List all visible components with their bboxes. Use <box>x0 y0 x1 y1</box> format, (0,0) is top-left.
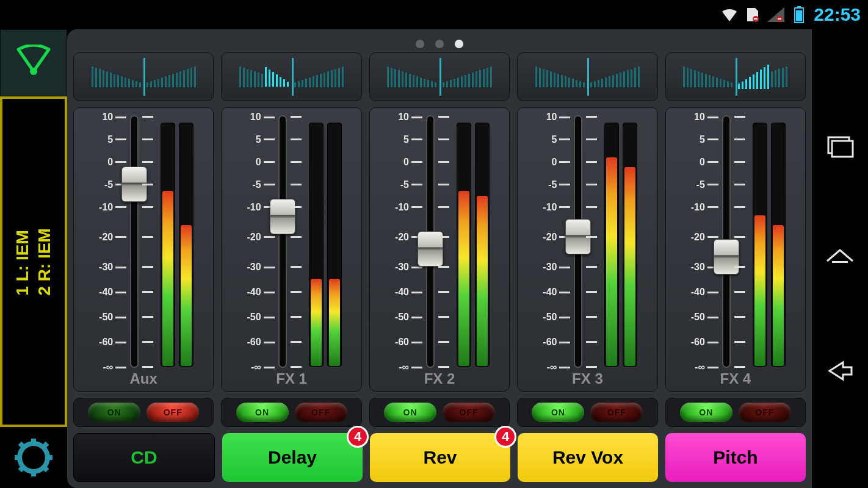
scale-label: -40 <box>243 287 261 298</box>
scale-label: -60 <box>391 337 409 348</box>
svg-rect-10 <box>31 469 36 476</box>
scale-label: -5 <box>687 179 705 190</box>
scale-label: -∞ <box>391 362 409 373</box>
scale-label: -30 <box>243 262 261 273</box>
level-meter <box>623 123 637 367</box>
scale-label: 5 <box>95 134 113 145</box>
page-dot[interactable] <box>416 40 424 48</box>
scale-label: -5 <box>95 179 113 190</box>
fx-select-button[interactable]: CD <box>73 433 215 482</box>
scale-label: 10 <box>95 112 113 123</box>
channel-assign-panel[interactable]: 1 L: IEM 2 R: IEM <box>0 96 67 427</box>
scale-label: 10 <box>687 112 705 123</box>
button-label: CD <box>131 447 157 468</box>
svg-rect-11 <box>15 455 22 460</box>
scale-label: -∞ <box>538 362 557 373</box>
scale-label: -10 <box>243 202 261 213</box>
scale-label: 5 <box>538 134 557 145</box>
page-dot[interactable] <box>435 40 444 48</box>
home-button[interactable] <box>822 245 858 273</box>
off-button[interactable]: OFF <box>590 403 643 422</box>
scale-label: -50 <box>391 312 409 323</box>
off-button[interactable]: OFF <box>295 403 347 422</box>
fx-select-button[interactable]: Delay4 <box>222 433 363 482</box>
fader-slider[interactable] <box>278 117 287 367</box>
fader-slider[interactable] <box>722 117 731 367</box>
scale-label: -50 <box>538 312 557 323</box>
scale-label: -5 <box>538 179 557 190</box>
on-button[interactable]: ON <box>680 403 732 422</box>
level-meter <box>604 123 619 367</box>
back-button[interactable] <box>822 357 858 385</box>
svg-rect-1 <box>754 18 758 20</box>
scale-label: -∞ <box>243 362 261 373</box>
connection-indicator[interactable] <box>0 29 67 96</box>
scale-label: 0 <box>243 157 261 168</box>
svg-rect-19 <box>832 261 848 263</box>
fader-slider[interactable] <box>426 117 435 367</box>
fader-panel: 1050-5-10-20-30-40-50-60-∞FX 2 <box>369 107 510 392</box>
scale-label: -60 <box>538 337 557 348</box>
pan-control[interactable] <box>73 52 214 101</box>
scale-label: -20 <box>95 232 113 243</box>
on-button[interactable]: ON <box>88 403 140 422</box>
off-button[interactable]: OFF <box>443 403 495 422</box>
android-status-bar: 22:53 <box>0 0 868 29</box>
mute-toggle: ONOFF <box>369 398 510 427</box>
fx-select-button[interactable]: Rev Vox <box>518 433 658 482</box>
page-dot[interactable] <box>455 40 463 48</box>
page-indicator[interactable] <box>73 35 806 52</box>
fader-slider[interactable] <box>130 117 139 367</box>
scale-label: -50 <box>687 312 705 323</box>
mute-toggle: ONOFF <box>221 398 361 427</box>
channel-strip: 1050-5-10-20-30-40-50-60-∞AuxONOFF <box>73 52 214 427</box>
notification-badge: 4 <box>494 426 516 448</box>
scale-label: -∞ <box>95 362 113 373</box>
scale-label: -20 <box>538 232 557 243</box>
scale-label: -5 <box>243 179 261 190</box>
recent-apps-button[interactable] <box>822 132 858 160</box>
scale-label: -5 <box>391 179 409 190</box>
scale-label: -20 <box>391 232 409 243</box>
svg-point-8 <box>27 451 40 464</box>
clock: 22:53 <box>814 4 861 25</box>
scale-label: 10 <box>243 112 261 123</box>
level-meter <box>309 123 324 367</box>
wifi-icon <box>721 6 738 23</box>
pan-control[interactable] <box>221 52 361 101</box>
scale-label: 5 <box>243 134 261 145</box>
battery-icon <box>790 6 808 23</box>
scale-label: 10 <box>391 112 409 123</box>
pan-control[interactable] <box>369 52 510 101</box>
scale-label: 0 <box>391 157 409 168</box>
pan-control[interactable] <box>517 52 657 101</box>
fx-select-button[interactable]: Rev4 <box>370 433 510 482</box>
fx-select-button[interactable]: Pitch <box>665 433 806 482</box>
button-label: Pitch <box>713 447 758 468</box>
fader-slider[interactable] <box>574 117 582 367</box>
level-meter <box>161 123 175 367</box>
svg-rect-9 <box>31 439 36 446</box>
on-button[interactable]: ON <box>384 403 436 422</box>
assign-text: 1 L: IEM 2 R: IEM <box>12 228 56 295</box>
scale-label: -30 <box>687 262 705 273</box>
fader-panel: 1050-5-10-20-30-40-50-60-∞FX 4 <box>665 107 806 392</box>
svg-rect-18 <box>832 141 853 157</box>
pan-control[interactable] <box>665 52 806 101</box>
channel-strip: 1050-5-10-20-30-40-50-60-∞FX 1ONOFF <box>221 52 361 427</box>
level-meter <box>753 123 767 367</box>
off-button[interactable]: OFF <box>146 403 199 422</box>
level-meter <box>771 123 786 367</box>
off-button[interactable]: OFF <box>739 403 791 422</box>
scale-label: -40 <box>538 287 557 298</box>
level-meter <box>475 123 490 367</box>
scale-label: -20 <box>243 232 261 243</box>
svg-rect-12 <box>45 455 52 460</box>
scale-label: -10 <box>538 202 557 213</box>
level-meter <box>457 123 471 367</box>
channel-strip: 1050-5-10-20-30-40-50-60-∞FX 2ONOFF <box>369 52 510 427</box>
on-button[interactable]: ON <box>532 403 584 422</box>
scale-label: -40 <box>391 287 409 298</box>
settings-button[interactable] <box>0 427 67 488</box>
on-button[interactable]: ON <box>236 403 289 422</box>
